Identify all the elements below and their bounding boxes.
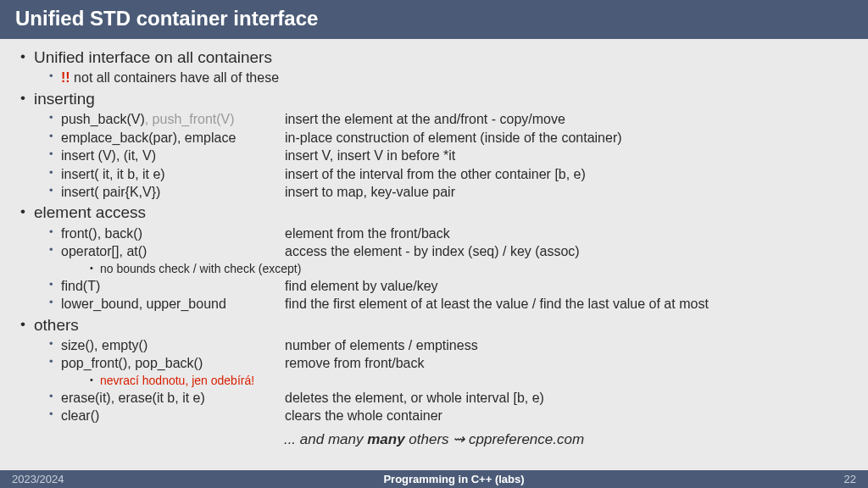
method-desc: deletes the element, or whole interval [… (285, 390, 849, 407)
footer-year: 2023/2024 (12, 473, 64, 485)
method-name: clear() (61, 408, 285, 424)
method-desc: insert V, insert V in before *it (285, 147, 849, 164)
method-name: push_back(V), push_front(V) (61, 111, 285, 128)
method-name: front(), back() (61, 225, 285, 242)
method-desc: clears the whole container (285, 408, 849, 424)
method-note: no bounds check / with check (except) (61, 262, 849, 277)
method-desc: find element by value/key (285, 278, 849, 295)
method-name: insert( pair{K,V}) (61, 184, 285, 201)
method-name: size(), empty() (61, 337, 285, 354)
method-item: size(), empty()number of elements / empt… (34, 337, 849, 354)
method-name: insert( it, it b, it e) (61, 166, 285, 183)
method-desc: insert to map, key-value pair (285, 184, 849, 201)
method-name: erase(it), erase(it b, it e) (61, 390, 285, 407)
method-desc: access the element - by index (seq) / ke… (285, 243, 849, 260)
section: insertingpush_back(V), push_front(V)inse… (19, 89, 849, 202)
slide-title: Unified STD container interface (0, 0, 868, 39)
method-item: insert( it, it b, it e)insert of the int… (34, 166, 849, 183)
method-item: front(), back()element from the front/ba… (34, 225, 849, 242)
section-label: Unified interface on all containers (34, 48, 272, 66)
footer-course: Programming in C++ (labs) (383, 473, 524, 485)
closing-note: ... and many many others ⇝ cppreference.… (19, 430, 849, 449)
section-label: element access (34, 203, 146, 221)
section-label: others (34, 316, 79, 334)
section-label: inserting (34, 90, 95, 108)
method-desc: remove from front/back (285, 355, 849, 372)
method-item: insert (V), (it, V)insert V, insert V in… (34, 147, 849, 164)
slide: Unified STD container interface Unified … (0, 0, 868, 488)
method-desc: find the first element of at least the v… (285, 296, 849, 313)
method-name: find(T) (61, 278, 285, 295)
footer: 2023/2024 Programming in C++ (labs) 22 (0, 470, 868, 488)
method-item: insert( pair{K,V})insert to map, key-val… (34, 184, 849, 201)
method-item: !! not all containers have all of these (34, 69, 849, 86)
method-desc: insert of the interval from the other co… (285, 166, 849, 183)
method-item: pop_front(), pop_back()remove from front… (34, 355, 849, 388)
method-desc: insert the element at the and/front - co… (285, 111, 849, 128)
footer-page: 22 (844, 473, 856, 485)
method-item: lower_bound, upper_boundfind the first e… (34, 296, 849, 313)
method-name: operator[], at() (61, 243, 285, 260)
section: element accessfront(), back()element fro… (19, 202, 849, 313)
method-name: pop_front(), pop_back() (61, 355, 285, 372)
section: Unified interface on all containers!! no… (19, 47, 849, 87)
method-name: lower_bound, upper_bound (61, 296, 285, 313)
method-desc: number of elements / emptiness (285, 337, 849, 354)
method-desc: in-place construction of element (inside… (285, 130, 849, 147)
method-item: push_back(V), push_front(V)insert the el… (34, 111, 849, 128)
section: otherssize(), empty()number of elements … (19, 315, 849, 425)
method-name: not all containers have all of these (70, 70, 279, 85)
method-name: emplace_back(par), emplace (61, 130, 285, 147)
method-item: emplace_back(par), emplacein-place const… (34, 130, 849, 147)
warning-icon: !! (61, 70, 70, 85)
method-name: insert (V), (it, V) (61, 147, 285, 164)
method-item: find(T)find element by value/key (34, 278, 849, 295)
method-note: nevrací hodnotu, jen odebírá! (61, 374, 849, 389)
method-item: erase(it), erase(it b, it e)deletes the … (34, 390, 849, 407)
method-item: operator[], at()access the element - by … (34, 243, 849, 276)
method-item: clear()clears the whole container (34, 408, 849, 424)
slide-content: Unified interface on all containers!! no… (0, 39, 868, 470)
method-desc: element from the front/back (285, 225, 849, 242)
